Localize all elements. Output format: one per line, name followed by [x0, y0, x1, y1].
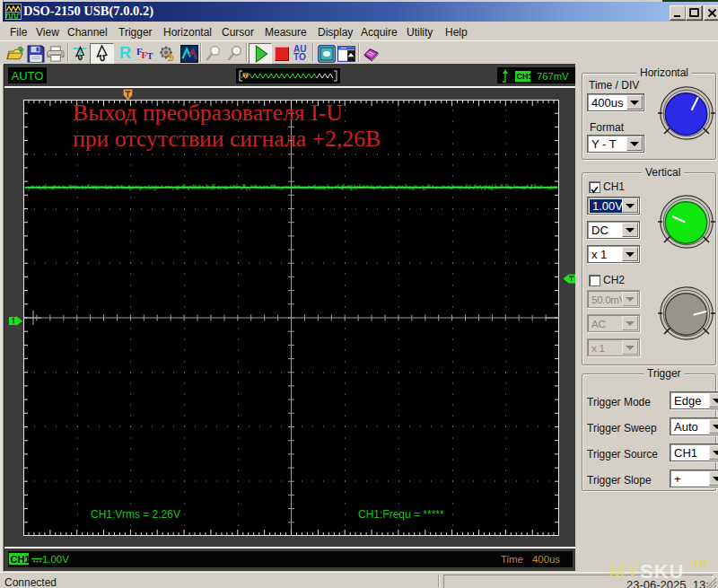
- svg-text:CH1: CH1: [11, 554, 31, 565]
- svg-text:при отсутствии сигнала +2,26В: при отсутствии сигнала +2,26В: [73, 126, 381, 152]
- svg-text:Выход преобразователя I-U: Выход преобразователя I-U: [73, 100, 343, 126]
- svg-text:CH1:Frequ = *****: CH1:Frequ = *****: [358, 508, 444, 521]
- svg-text:Time: Time: [501, 554, 523, 565]
- svg-text:T: T: [147, 51, 153, 61]
- svg-text:1.00V: 1.00V: [42, 554, 69, 565]
- svg-text:767mV: 767mV: [537, 71, 569, 82]
- svg-text:CH1:Vrms = 2.26V: CH1:Vrms = 2.26V: [91, 508, 180, 521]
- svg-text:400us: 400us: [532, 554, 560, 565]
- svg-text:CH1: CH1: [517, 72, 533, 81]
